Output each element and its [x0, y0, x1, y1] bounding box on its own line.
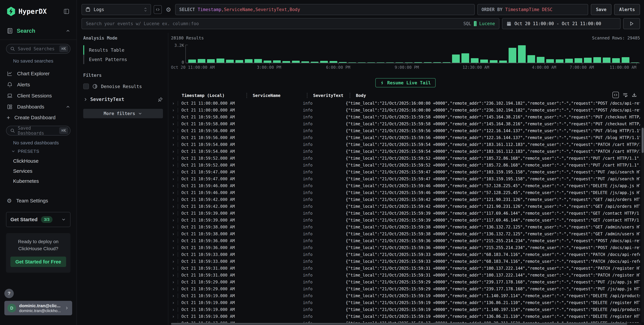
row-expand-chevron[interactable]: › [171, 170, 178, 175]
histogram-bar[interactable] [292, 61, 300, 63]
table-row[interactable]: ›Oct 21 10:59:54.000 AMinfo{"time_local"… [171, 148, 640, 155]
histogram-bar[interactable] [216, 58, 224, 63]
histogram-bar[interactable] [556, 59, 564, 63]
preset-item-clickhouse[interactable]: ClickHouse [0, 156, 76, 166]
histogram-bar[interactable] [188, 59, 196, 63]
table-row[interactable]: ›Oct 21 10:59:39.000 AMinfo{"time_local"… [171, 210, 640, 217]
row-expand-chevron[interactable]: › [171, 300, 178, 305]
denoise-checkbox[interactable] [83, 83, 89, 89]
table-row[interactable]: ›Oct 21 10:59:36.000 AMinfo{"time_local"… [171, 237, 640, 244]
table-row[interactable]: ›Oct 21 10:59:47.000 AMinfo{"time_local"… [171, 169, 640, 175]
sidebar-collapse-icon[interactable] [62, 7, 70, 16]
histogram-bar[interactable] [603, 57, 610, 63]
user-menu[interactable]: D dominic.tran@clic... dominic.tran@clic… [4, 301, 72, 315]
histogram-bar[interactable] [273, 60, 281, 63]
saved-dashboards-input[interactable]: Saved Dashboards ⌘K [6, 126, 70, 135]
lucene-mode-toggle[interactable]: Lucene [479, 21, 495, 26]
date-range-picker[interactable]: Oct 20 11:00:00 - Oct 21 11:00:00 [502, 18, 620, 29]
table-row[interactable]: ›Oct 21 10:59:31.000 AMinfo{"time_local"… [171, 272, 640, 279]
column-resize-handle[interactable] [350, 93, 350, 98]
get-started-toggle[interactable]: Get Started 3/3 [6, 212, 70, 227]
table-row[interactable]: ›Oct 21 10:59:46.000 AMinfo{"time_local"… [171, 182, 640, 189]
lucene-search-input[interactable]: Search your events w/ Lucene ex. column:… [82, 18, 499, 29]
column-header-body[interactable]: Body [350, 93, 366, 98]
save-button[interactable]: Save [591, 4, 612, 15]
sidebar-item-search[interactable]: Search [0, 26, 76, 36]
vertical-scrollbar-thumb[interactable] [642, 128, 644, 153]
row-expand-chevron[interactable]: › [171, 183, 178, 188]
histogram-bar[interactable] [282, 61, 290, 63]
histogram-bar[interactable] [198, 59, 206, 63]
column-resize-handle[interactable] [246, 93, 247, 98]
sidebar-item-alerts[interactable]: Alerts [0, 79, 76, 90]
row-expand-chevron[interactable]: › [171, 238, 178, 243]
table-row[interactable]: ›Oct 21 10:59:29.000 AMinfo{"time_local"… [171, 279, 640, 286]
table-row[interactable]: ›Oct 21 10:59:19.000 AMinfo{"time_local"… [171, 299, 640, 306]
histogram-bar[interactable] [452, 54, 460, 63]
row-expand-chevron[interactable]: › [171, 218, 178, 223]
select-columns-input[interactable]: SELECT Timestamp ,ServiceName,SeverityTe… [175, 4, 475, 15]
histogram-bar[interactable] [546, 59, 554, 63]
horizontal-scrollbar-thumb[interactable] [171, 323, 627, 325]
table-row[interactable]: ›Oct 21 11:00:00.000 AMinfo{"time_local"… [171, 107, 640, 113]
column-header-severitytext[interactable]: SeverityText [307, 93, 350, 98]
table-row[interactable]: ›Oct 21 10:59:29.000 AMinfo{"time_local"… [171, 286, 640, 292]
table-row[interactable]: ›Oct 21 10:59:56.000 AMinfo{"time_local"… [171, 134, 640, 141]
histogram-bar[interactable] [612, 58, 620, 63]
more-filters-button[interactable]: More filters [83, 109, 163, 118]
source-select[interactable]: Logs [82, 4, 151, 15]
settings-gear-button[interactable]: ⚙ [164, 5, 172, 14]
table-row[interactable]: ›Oct 21 10:59:58.000 AMinfo{"time_local"… [171, 120, 640, 127]
histogram-bar[interactable] [490, 60, 498, 63]
row-expand-chevron[interactable]: › [171, 156, 178, 161]
table-row[interactable]: ›Oct 21 10:59:42.000 AMinfo{"time_local"… [171, 203, 640, 210]
download-button[interactable] [632, 92, 637, 98]
tab-event-patterns[interactable]: Event Patterns [83, 55, 163, 64]
table-row[interactable]: ›Oct 21 11:00:00.000 AMinfo{"time_local"… [171, 100, 640, 107]
histogram-bar[interactable] [471, 58, 478, 63]
resume-live-tail-button[interactable]: Resume Live Tail [375, 78, 436, 87]
table-row[interactable]: ›Oct 21 10:59:36.000 AMinfo{"time_local"… [171, 244, 640, 251]
help-button[interactable]: ? [4, 289, 14, 298]
table-row[interactable]: ›Oct 21 10:59:38.000 AMinfo{"time_local"… [171, 224, 640, 230]
chart-bars[interactable] [188, 45, 640, 63]
row-expand-chevron[interactable]: › [171, 121, 178, 126]
column-header-timestamp[interactable]: Timestamp (Local) [182, 93, 246, 98]
histogram-bar[interactable] [245, 59, 252, 63]
column-header-servicename[interactable]: ServiceName [246, 93, 307, 98]
row-expand-chevron[interactable]: › [171, 280, 178, 285]
sidebar-item-chart-explorer[interactable]: Chart Explorer [0, 68, 76, 79]
row-expand-chevron[interactable]: › [171, 259, 178, 264]
histogram-bar[interactable] [462, 53, 469, 63]
run-query-button[interactable] [623, 18, 640, 29]
row-expand-chevron[interactable]: › [171, 266, 178, 271]
order-by-input[interactable]: ORDER BY TimestampTime DESC [478, 4, 588, 15]
histogram-bar[interactable] [622, 57, 630, 63]
histogram-bar[interactable] [264, 60, 271, 63]
row-expand-chevron[interactable]: › [171, 225, 178, 230]
table-row[interactable]: ›Oct 21 10:59:39.000 AMinfo{"time_local"… [171, 217, 640, 224]
sidebar-item-dashboards[interactable]: Dashboards [0, 101, 76, 112]
histogram-bar[interactable] [518, 45, 526, 63]
horizontal-scrollbar[interactable] [171, 323, 641, 325]
histogram-bar[interactable] [330, 61, 337, 63]
code-view-button[interactable] [154, 5, 162, 14]
row-expand-chevron[interactable]: › [171, 287, 178, 292]
sidebar-item-client-sessions[interactable]: Client Sessions [0, 90, 76, 101]
row-expand-chevron[interactable]: › [171, 293, 178, 298]
histogram-bar[interactable] [301, 61, 309, 63]
tab-results-table[interactable]: Results Table [83, 45, 163, 55]
row-expand-chevron[interactable]: › [171, 314, 178, 319]
row-expand-chevron[interactable]: › [171, 149, 178, 154]
row-expand-chevron[interactable]: › [171, 163, 178, 168]
row-expand-chevron[interactable]: › [171, 142, 178, 147]
table-row[interactable]: ›Oct 21 10:59:19.000 AMinfo{"time_local"… [171, 306, 640, 313]
row-expand-chevron[interactable]: › [171, 176, 178, 181]
create-dashboard-button[interactable]: + Create Dashboard [0, 112, 76, 123]
pin-icon[interactable] [158, 97, 163, 102]
table-row[interactable]: ›Oct 21 10:59:31.000 AMinfo{"time_local"… [171, 265, 640, 272]
row-expand-chevron[interactable]: › [171, 211, 178, 216]
severity-filter-group[interactable]: SeverityText [83, 97, 163, 102]
table-row[interactable]: ›Oct 21 10:59:19.000 AMinfo{"time_local"… [171, 313, 640, 320]
row-expand-chevron[interactable]: › [171, 101, 178, 106]
